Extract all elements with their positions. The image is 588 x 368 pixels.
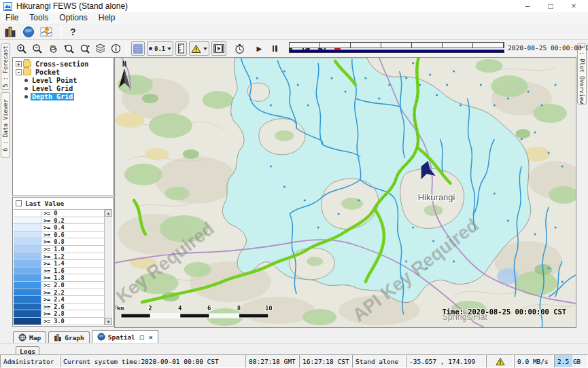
tab-data-viewer[interactable]: 6 : Data Viewer xyxy=(1,92,10,158)
svg-text:6: 6 xyxy=(207,305,211,312)
pan-hand-icon[interactable] xyxy=(46,42,60,56)
left-panel: + Cross-section - Pocket Level Point xyxy=(11,57,114,330)
globe-icon[interactable] xyxy=(22,26,35,38)
map-view[interactable]: API Key Required API Key Required N Hiku… xyxy=(114,57,576,328)
last-value-checkbox[interactable] xyxy=(16,200,22,206)
expander-icon[interactable]: + xyxy=(16,61,22,67)
legend-swatch xyxy=(14,274,41,281)
tree-node-level-point[interactable]: Level Point xyxy=(14,76,113,84)
tree-node-pocket[interactable]: - Pocket xyxy=(14,68,113,76)
expander-icon[interactable]: - xyxy=(16,69,22,75)
time-slider-track[interactable] xyxy=(289,42,504,48)
legend-row: >= 2.2 xyxy=(14,289,112,297)
ruler-button[interactable] xyxy=(175,41,187,56)
legend-swatch xyxy=(14,268,41,274)
scroll-up-icon[interactable]: ▲ xyxy=(105,209,112,217)
grid-display-button[interactable] xyxy=(131,41,145,56)
legend-swatch xyxy=(14,318,41,325)
close-button[interactable]: × xyxy=(562,0,585,12)
left-tab-strip: 5 : Forecast 6 : Data Viewer xyxy=(0,40,11,330)
legend-swatch xyxy=(14,325,41,326)
map-time-label: Time: 2020-08-25 00:00:00 CST xyxy=(443,308,567,316)
title-bar: Hikurangi FEWS (Stand alone) – □ × xyxy=(0,0,588,12)
folder-icon xyxy=(23,69,31,75)
legend-swatch xyxy=(14,217,41,224)
chevron-down-icon xyxy=(203,48,207,50)
toolbar-separator xyxy=(126,43,127,55)
bullet-icon xyxy=(24,87,28,90)
main-toolbar: ? xyxy=(0,24,588,40)
menu-help[interactable]: Help xyxy=(93,12,121,24)
folder-icon xyxy=(23,60,31,67)
chevron-down-icon xyxy=(167,48,171,50)
tab-spatial[interactable]: Spatial □ ✕ xyxy=(92,330,158,343)
svg-text:8: 8 xyxy=(237,305,241,312)
last-value-label: Last Value xyxy=(25,200,64,207)
tab-map[interactable]: Map xyxy=(13,331,46,343)
profile-chart-icon[interactable] xyxy=(40,26,53,38)
map-toolbar: 0.1 ▶ ■ ◀ ▶ xyxy=(11,40,576,57)
status-bar: Administrator Current system time:2020-0… xyxy=(0,354,588,368)
legend-swatch xyxy=(14,303,41,310)
menu-bar: File Tools Options Help xyxy=(0,12,588,24)
pause-icon[interactable] xyxy=(268,42,281,56)
zoom-in-icon[interactable] xyxy=(15,42,29,56)
time-slider-range-bar xyxy=(289,50,504,53)
legend-row: >= 2.6 xyxy=(14,303,112,311)
window-title: Hikurangi FEWS (Stand alone) xyxy=(16,1,128,11)
tab-forecast[interactable]: 5 : Forecast xyxy=(1,43,10,90)
info-icon[interactable] xyxy=(109,42,122,56)
bottom-tab-bar: Map Graph Spatial □ ✕ xyxy=(0,330,588,343)
status-coordinates: -35.657 , 174.199 xyxy=(406,354,486,368)
database-bars-icon[interactable] xyxy=(4,26,17,38)
svg-text:4: 4 xyxy=(178,305,181,312)
graph-bars-icon xyxy=(54,333,62,342)
tab-close-icon[interactable]: ✕ xyxy=(149,333,153,341)
tree-node-depth-grid[interactable]: Depth Grid xyxy=(14,92,113,100)
toolbar-separator xyxy=(61,26,62,37)
zoom-previous-icon[interactable] xyxy=(62,42,75,56)
tree-node-level-grid[interactable]: Level Grid xyxy=(14,84,113,92)
warning-triangle-icon xyxy=(496,357,505,366)
tab-graph[interactable]: Graph xyxy=(48,331,90,343)
layers-icon[interactable] xyxy=(93,42,107,56)
status-gmt-time: 08:27:18 GMT xyxy=(245,354,299,368)
maximize-button[interactable]: □ xyxy=(539,0,562,12)
svg-text:2: 2 xyxy=(148,305,152,312)
interval-dropdown[interactable]: 0.1 xyxy=(147,41,173,56)
scroll-down-icon[interactable]: ▼ xyxy=(105,318,112,325)
movie-button[interactable] xyxy=(211,41,226,56)
tab-plot-overview[interactable]: 3 : Plot Overview xyxy=(577,43,587,105)
legend-row: >= 2.8 xyxy=(14,310,112,318)
map-globe-icon xyxy=(18,333,27,342)
bullet-icon xyxy=(24,95,28,98)
minimize-button[interactable]: – xyxy=(516,0,539,12)
legend-row: >= 1.4 xyxy=(14,260,112,268)
zoom-next-icon[interactable] xyxy=(77,42,91,56)
help-icon[interactable]: ? xyxy=(70,26,76,37)
menu-options[interactable]: Options xyxy=(54,12,92,24)
legend-row: >= 3.2 xyxy=(14,325,112,326)
scale-unit: km xyxy=(117,305,124,312)
legend-row: >= 0.4 xyxy=(14,224,112,232)
interval-dot-icon xyxy=(149,47,152,50)
play-icon[interactable]: ▶ xyxy=(252,42,266,56)
app-logo-icon xyxy=(3,2,12,11)
legend-swatch xyxy=(14,232,41,238)
svg-text:10: 10 xyxy=(265,305,273,312)
legend-row: >= 1.6 xyxy=(14,268,112,275)
legend-swatch xyxy=(14,296,41,303)
tab-maximize-icon[interactable]: □ xyxy=(140,333,144,341)
menu-tools[interactable]: Tools xyxy=(24,12,54,24)
timer-icon[interactable] xyxy=(232,42,246,56)
current-time-display: 2020-08-25 00:00:00 CST xyxy=(508,44,588,52)
zoom-out-icon[interactable] xyxy=(31,42,44,56)
legend-table: >= 0 >= 0.2 >= 0.4 >= 0.6 >= 0.8 >= 1.0 … xyxy=(14,209,112,325)
legend-swatch xyxy=(14,282,41,289)
legend-row: >= 2.0 xyxy=(14,282,112,289)
menu-file[interactable]: File xyxy=(0,12,24,24)
legend-scrollbar[interactable]: ▲ ▼ xyxy=(104,209,112,325)
warning-dropdown[interactable] xyxy=(189,41,209,56)
time-slider[interactable] xyxy=(289,42,504,55)
status-warning-cell[interactable] xyxy=(486,354,514,368)
